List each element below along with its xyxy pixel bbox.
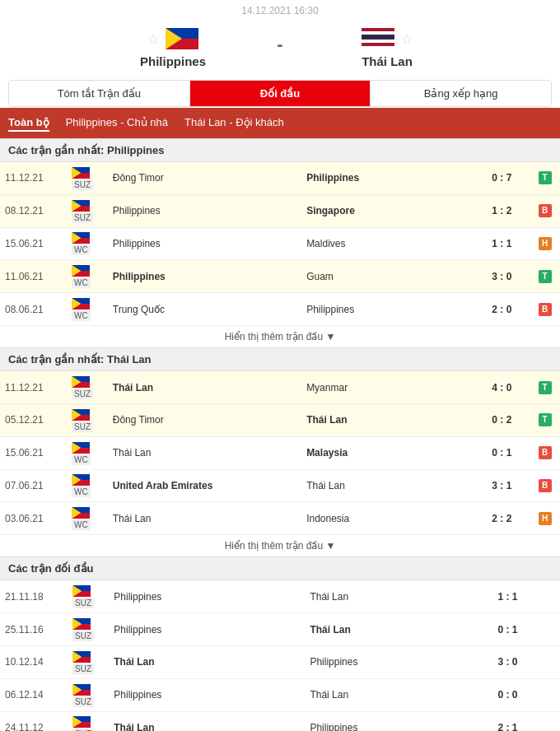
match-comp-cell: WC [67, 502, 108, 535]
sub-tab-home[interactable]: Philippines - Chủ nhà [66, 114, 168, 132]
match-away-cell: Philippines [301, 293, 474, 326]
show-more-philippines[interactable]: Hiển thị thêm trận đấu ▼ [0, 326, 560, 347]
match-score-cell: 2 : 2 [474, 502, 530, 535]
table-row[interactable]: 11.06.21 WC Philippines Guam 3 : 0 T [0, 260, 560, 293]
table-row[interactable]: 10.12.14 SUZ Thái Lan Philippines 3 : 0 [0, 645, 560, 678]
match-home-cell: Philippines [109, 678, 305, 711]
match-comp-cell: SUZ [67, 194, 108, 227]
match-comp-cell: WC [67, 469, 108, 502]
match-away-cell: Maldives [301, 227, 474, 260]
match-away-cell: Thái Lan [305, 613, 479, 646]
table-row[interactable]: 05.12.21 SUZ Đông Timor Thái Lan 0 : 2 T [0, 403, 560, 436]
match-away-cell: Guam [301, 260, 474, 293]
tab-h2h[interactable]: Đối đầu [190, 81, 371, 106]
match-comp-cell: SUZ [68, 645, 109, 678]
table-row[interactable]: 15.06.21 WC Thái Lan Malaysia 0 : 1 B [0, 436, 560, 469]
result-badge [536, 711, 560, 731]
sub-tab-all[interactable]: Toàn bộ [8, 114, 49, 132]
table-row[interactable]: 15.06.21 WC Philippines Maldives 1 : 1 H [0, 227, 560, 260]
match-comp-cell: SUZ [67, 403, 108, 436]
table-row[interactable]: 08.12.21 SUZ Philippines Singapore 1 : 2… [0, 194, 560, 227]
table-row[interactable]: 11.12.21 SUZ Đông Timor Philippines 0 : … [0, 162, 560, 194]
result-badge: B [530, 436, 560, 469]
match-date-cell: 08.12.21 [0, 194, 67, 227]
match-home-cell: Philippines [109, 613, 305, 646]
match-comp-cell: WC [67, 293, 108, 326]
result-badge: B [530, 194, 560, 227]
sub-tab-away[interactable]: Thái Lan - Đội khách [184, 114, 284, 132]
match-date-cell: 11.12.21 [0, 371, 67, 403]
home-flag [166, 28, 198, 49]
table-row[interactable]: 03.06.21 WC Thái Lan Indonesia 2 : 2 H [0, 502, 560, 535]
match-date: 14.12.2021 16:30 [0, 0, 560, 20]
result-badge: T [530, 260, 560, 293]
match-date-cell: 05.12.21 [0, 403, 67, 436]
match-away-cell: Thái Lan [305, 580, 479, 612]
teams-header: ☆ Philippines - ☆ Thái Lan [0, 20, 560, 80]
match-away-cell: Thái Lan [301, 403, 474, 436]
match-date-cell: 11.12.21 [0, 162, 67, 194]
table-row[interactable]: 25.11.16 SUZ Philippines Thái Lan 0 : 1 [0, 613, 560, 646]
result-badge [536, 580, 560, 612]
match-away-cell: Myanmar [301, 371, 474, 403]
result-badge: T [530, 403, 560, 436]
match-score-cell: 3 : 0 [479, 645, 536, 678]
match-date-cell: 11.06.21 [0, 260, 67, 293]
table-row[interactable]: 07.06.21 WC United Arab Emirates Thái La… [0, 469, 560, 502]
thailand-table: 11.12.21 SUZ Thái Lan Myanmar 4 : 0 T 05… [0, 371, 560, 535]
match-home-cell: Philippines [108, 194, 301, 227]
table-row[interactable]: 21.11.18 SUZ Philippines Thái Lan 1 : 1 [0, 580, 560, 612]
result-badge: T [530, 371, 560, 403]
section-philippines-header: Các trận gần nhất: Philippines [0, 138, 560, 162]
table-row[interactable]: 06.12.14 SUZ Philippines Thái Lan 0 : 0 [0, 678, 560, 711]
table-row[interactable]: 11.12.21 SUZ Thái Lan Myanmar 4 : 0 T [0, 371, 560, 403]
table-row[interactable]: 24.11.12 SUZ Thái Lan Philippines 2 : 1 [0, 711, 560, 731]
result-badge: T [530, 162, 560, 194]
away-star-icon[interactable]: ☆ [401, 31, 413, 47]
match-comp-cell: SUZ [68, 613, 109, 646]
vs-separator: - [255, 34, 305, 55]
table-row[interactable]: 08.06.21 WC Trung Quốc Philippines 2 : 0… [0, 293, 560, 326]
match-away-cell: Singapore [301, 194, 474, 227]
match-away-cell: Philippines [305, 711, 479, 731]
show-more-thailand[interactable]: Hiển thị thêm trận đấu ▼ [0, 535, 560, 556]
match-date-cell: 21.11.18 [0, 580, 68, 612]
team-away-section: ☆ Thái Lan [305, 28, 469, 68]
match-date-cell: 06.12.14 [0, 678, 68, 711]
match-score-cell: 0 : 2 [474, 403, 530, 436]
home-star-icon[interactable]: ☆ [147, 31, 159, 47]
match-away-cell: Thái Lan [305, 678, 479, 711]
main-container: 14.12.2021 16:30 ☆ Philippines - ☆ Thái … [0, 0, 560, 731]
match-comp-cell: SUZ [68, 711, 109, 731]
result-badge: H [530, 227, 560, 260]
match-score-cell: 0 : 1 [474, 436, 530, 469]
home-flag-row: ☆ [147, 28, 198, 49]
match-home-cell: Thái Lan [109, 711, 305, 731]
match-home-cell: Đông Timor [108, 403, 301, 436]
match-home-cell: Thái Lan [109, 645, 305, 678]
match-away-cell: Philippines [301, 162, 474, 194]
section-thailand-header: Các trận gần nhất: Thái Lan [0, 347, 560, 371]
match-date-cell: 03.06.21 [0, 502, 67, 535]
match-score-cell: 4 : 0 [474, 371, 530, 403]
philippines-table: 11.12.21 SUZ Đông Timor Philippines 0 : … [0, 162, 560, 326]
match-date-cell: 08.06.21 [0, 293, 67, 326]
match-away-cell: Indonesia [301, 502, 474, 535]
team-home-section: ☆ Philippines [91, 28, 255, 68]
match-home-cell: Thái Lan [108, 371, 301, 403]
match-score-cell: 3 : 1 [474, 469, 530, 502]
match-score-cell: 1 : 2 [474, 194, 530, 227]
match-comp-cell: SUZ [67, 162, 108, 194]
match-comp-cell: SUZ [68, 678, 109, 711]
match-score-cell: 3 : 0 [474, 260, 530, 293]
away-team-name: Thái Lan [362, 54, 413, 68]
match-comp-cell: WC [67, 436, 108, 469]
match-home-cell: Thái Lan [108, 436, 301, 469]
tab-summary[interactable]: Tóm tắt Trận đấu [9, 81, 190, 106]
match-away-cell: Malaysia [301, 436, 474, 469]
match-date-cell: 24.11.12 [0, 711, 68, 731]
match-home-cell: Trung Quốc [108, 293, 301, 326]
result-badge: B [530, 469, 560, 502]
match-away-cell: Thái Lan [301, 469, 474, 502]
tab-standings[interactable]: Bảng xếp hạng [371, 81, 551, 106]
